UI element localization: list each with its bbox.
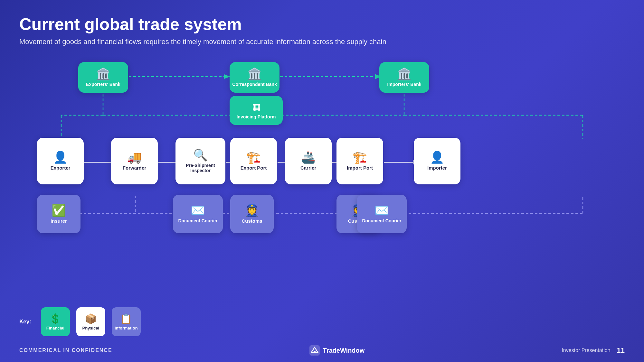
forwarder-icon: 🚚 — [127, 152, 142, 163]
key-physical-label: Physical — [82, 326, 99, 330]
key-physical: 📦 Physical — [76, 307, 105, 336]
key-financial-label: Financial — [46, 326, 64, 330]
pre-shipment-node: 🔍 Pre-Shipment Inspector — [175, 138, 225, 184]
importers-bank-label: Importers' Bank — [387, 82, 421, 87]
key-information-icon: 📋 — [120, 313, 132, 324]
exporter-icon: 👤 — [53, 152, 68, 163]
footer-page: 11 — [617, 346, 625, 355]
svg-point-24 — [314, 351, 316, 353]
bank-icon-3: 🏛️ — [397, 68, 412, 80]
exporter-label: Exporter — [51, 165, 71, 171]
exporters-bank-node: 🏛️ Exporters' Bank — [78, 62, 128, 93]
import-port-icon: 🏗️ — [353, 152, 367, 163]
importer-label: Importer — [427, 165, 447, 171]
exporters-bank-label: Exporters' Bank — [86, 82, 120, 87]
diagram: 🏛️ Exporters' Bank 🏛️ Correspondent Bank… — [19, 56, 625, 242]
courier-left-icon: ✉️ — [191, 205, 205, 216]
exporter-node: 👤 Exporter — [37, 138, 84, 184]
key-financial-icon: 💲 — [49, 313, 61, 324]
key-physical-icon: 📦 — [85, 313, 97, 324]
pre-shipment-label: Pre-Shipment Inspector — [175, 163, 225, 173]
correspondent-bank-node: 🏛️ Correspondent Bank — [230, 62, 279, 93]
bank-icon-2: 🏛️ — [247, 68, 262, 80]
footer: COMMERICAL IN CONFIDENCE TradeWindow Inv… — [0, 345, 644, 356]
inspector-icon: 🔍 — [193, 149, 208, 161]
invoicing-platform-node: ▦ Invoicing Platform — [230, 96, 283, 125]
insurer-label: Insurer — [51, 218, 67, 224]
arrow-ip-importer — [384, 160, 417, 165]
customs-export-node: 👮 Customs — [230, 195, 274, 233]
key-section: Key: 💲 Financial 📦 Physical 📋 Informatio… — [19, 307, 141, 336]
doc-courier-left-node: ✉️ Document Courier — [173, 195, 223, 233]
correspondent-bank-label: Correspondent Bank — [232, 82, 277, 87]
key-financial: 💲 Financial — [41, 307, 70, 336]
courier-right-icon: ✉️ — [374, 205, 389, 216]
footer-right: Investor Presentation 11 — [562, 346, 625, 355]
customs-export-icon: 👮 — [245, 205, 259, 216]
doc-courier-right-node: ✉️ Document Courier — [357, 195, 407, 233]
doc-courier-left-label: Document Courier — [178, 218, 217, 223]
export-port-icon: 🏗️ — [246, 152, 261, 163]
export-port-label: Export Port — [241, 165, 267, 171]
bank-icon: 🏛️ — [96, 68, 110, 80]
carrier-icon: 🚢 — [301, 152, 316, 163]
page-title: Current global trade system — [19, 14, 625, 34]
insurer-icon: ✅ — [52, 205, 66, 216]
tradewindow-logo — [309, 345, 320, 356]
carrier-label: Carrier — [300, 165, 316, 171]
forwarder-node: 🚚 Forwarder — [111, 138, 158, 184]
platform-icon: ▦ — [252, 102, 260, 112]
footer-brand: TradeWindow — [323, 347, 365, 354]
key-information: 📋 Information — [112, 307, 141, 336]
page-subtitle: Movement of goods and financial flows re… — [19, 38, 625, 46]
importer-node: 👤 Importer — [414, 138, 460, 184]
import-port-label: Import Port — [347, 165, 373, 171]
footer-presentation: Investor Presentation — [562, 348, 610, 353]
importer-icon: 👤 — [430, 152, 444, 163]
import-port-node: 🏗️ Import Port — [336, 138, 383, 184]
invoicing-platform-label: Invoicing Platform — [236, 114, 276, 119]
carrier-node: 🚢 Carrier — [285, 138, 332, 184]
forwarder-label: Forwarder — [123, 165, 146, 171]
export-port-node: 🏗️ Export Port — [230, 138, 277, 184]
key-information-label: Information — [115, 326, 138, 330]
key-label: Key: — [19, 319, 31, 325]
doc-courier-right-label: Document Courier — [362, 218, 401, 223]
footer-center: TradeWindow — [309, 345, 365, 356]
importers-bank-node: 🏛️ Importers' Bank — [379, 62, 429, 93]
insurer-node: ✅ Insurer — [37, 195, 80, 233]
footer-left: COMMERICAL IN CONFIDENCE — [19, 348, 112, 353]
customs-export-label: Customs — [242, 218, 262, 224]
page-content: Current global trade system Movement of … — [0, 0, 644, 362]
